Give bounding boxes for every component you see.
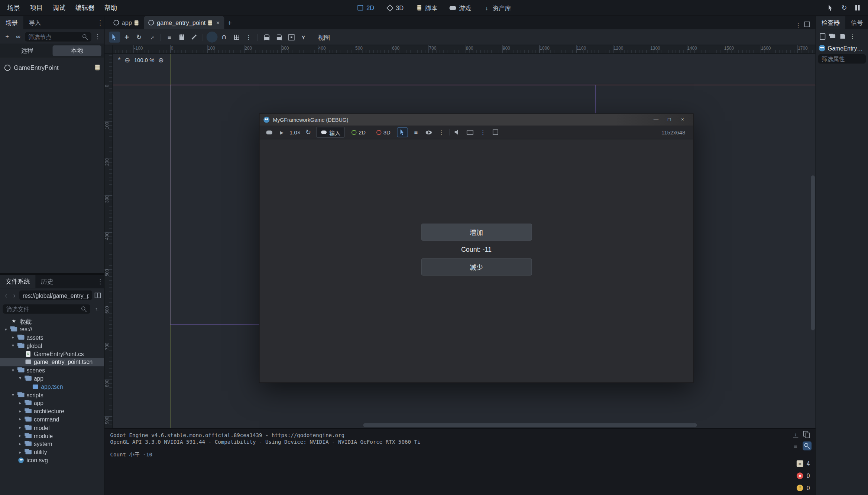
menu-item[interactable]: 编辑器: [70, 0, 99, 16]
filter-files-input[interactable]: 筛选文件: [3, 304, 90, 313]
game-zoom-level[interactable]: 1.0×: [289, 129, 300, 135]
line-wrap-icon[interactable]: [791, 442, 800, 450]
grid-snap-icon[interactable]: [218, 32, 230, 43]
file-tree-item[interactable]: game_entry_point.tscn: [0, 358, 104, 366]
tree-arrow-icon[interactable]: [10, 392, 15, 397]
scene-tree-node[interactable]: GameEntryPoint: [0, 62, 104, 73]
3d-mode-button[interactable]: 3D: [372, 128, 394, 136]
scrollbar-thumb[interactable]: [363, 423, 697, 427]
zoom-level[interactable]: 100.0 %: [134, 57, 155, 63]
expand-viewport-icon[interactable]: [802, 19, 812, 29]
file-tree-item[interactable]: command: [0, 415, 104, 423]
restart-icon[interactable]: [839, 3, 849, 13]
workspace-assetlib[interactable]: 资产库: [478, 1, 516, 14]
debugger-icon[interactable]: [264, 128, 274, 137]
ruler-mode-icon[interactable]: [188, 32, 200, 43]
separator[interactable]: [160, 33, 161, 40]
zoom-out-icon[interactable]: ⊖: [124, 56, 130, 64]
tree-arrow-icon[interactable]: [18, 408, 23, 413]
search-log-icon[interactable]: [803, 442, 812, 450]
select-tool-icon[interactable]: [109, 32, 120, 43]
menu-icon[interactable]: [436, 128, 446, 137]
resource-new-icon[interactable]: [818, 31, 827, 42]
separator[interactable]: [449, 129, 450, 136]
file-tree-item[interactable]: system: [0, 440, 104, 448]
node-list-icon[interactable]: [411, 128, 421, 137]
file-tree-item[interactable]: 收藏:: [0, 317, 104, 325]
zoom-in-icon[interactable]: ⊕: [158, 56, 164, 64]
tab-import[interactable]: 导入: [23, 16, 47, 29]
local-tab[interactable]: 本地: [53, 45, 101, 56]
split-view-icon[interactable]: [94, 291, 101, 299]
tree-arrow-icon[interactable]: [18, 433, 23, 438]
file-tree-item[interactable]: app: [0, 374, 104, 382]
scale-tool-icon[interactable]: [146, 32, 157, 43]
tree-arrow-icon[interactable]: [10, 335, 15, 340]
unlock-icon[interactable]: [273, 32, 285, 43]
file-tree-item[interactable]: architecture: [0, 407, 104, 415]
2d-mode-button[interactable]: 2D: [347, 128, 369, 136]
vertical-scrollbar[interactable]: [811, 53, 815, 423]
tab-history[interactable]: 历史: [35, 275, 59, 288]
separator[interactable]: [203, 33, 203, 40]
inspector-menu-icon[interactable]: [848, 31, 857, 42]
menu-item[interactable]: 调试: [48, 0, 70, 16]
errors-counter[interactable]: 0: [794, 470, 812, 481]
menu-item[interactable]: 场景: [2, 0, 25, 16]
file-tree-item[interactable]: scripts: [0, 391, 104, 399]
file-tree-item[interactable]: utility: [0, 448, 104, 456]
reset-zoom-icon[interactable]: [303, 128, 313, 137]
next-frame-icon[interactable]: [277, 128, 287, 137]
save-log-icon[interactable]: [791, 431, 800, 440]
snap-config-icon[interactable]: [231, 32, 242, 43]
scene-toolbar-menu-icon[interactable]: ⋮: [94, 33, 101, 40]
filesystem-menu-icon[interactable]: ⋮: [96, 278, 104, 285]
workspace-2d[interactable]: 2D: [352, 3, 379, 13]
menu-item[interactable]: 项目: [25, 0, 48, 16]
audio-icon[interactable]: [453, 128, 463, 137]
instance-scene-icon[interactable]: ∞: [14, 31, 23, 42]
tree-arrow-icon[interactable]: [10, 368, 15, 372]
horizontal-scrollbar[interactable]: [112, 423, 810, 427]
file-tree-item[interactable]: res://: [0, 325, 104, 333]
skeleton-icon[interactable]: [298, 32, 309, 43]
menu-item[interactable]: 帮助: [99, 0, 122, 16]
tree-arrow-icon[interactable]: [18, 376, 23, 381]
debug-messages-counter[interactable]: 4: [794, 458, 812, 469]
resource-load-icon[interactable]: [828, 31, 837, 42]
sort-files-icon[interactable]: ↑↓: [93, 304, 101, 313]
smart-snap-icon[interactable]: [207, 32, 218, 43]
file-tree-item[interactable]: app: [0, 399, 104, 407]
maximize-button[interactable]: □: [663, 114, 676, 126]
tree-arrow-icon[interactable]: [18, 442, 23, 446]
tab-scene[interactable]: 场景: [0, 16, 23, 29]
workspace-script[interactable]: 脚本: [411, 1, 443, 14]
game-window-titlebar[interactable]: MyGFrameworkGame (DEBUG) —□×: [260, 114, 693, 126]
toolbar-menu-icon[interactable]: [243, 32, 254, 43]
camera-icon[interactable]: [465, 128, 475, 137]
filter-properties-input[interactable]: 筛选属性: [818, 54, 866, 63]
remote-tab[interactable]: 远程: [3, 45, 51, 56]
decrease-button[interactable]: 减少: [421, 258, 532, 276]
workspace-3d[interactable]: 3D: [381, 3, 408, 13]
pause-icon[interactable]: [852, 3, 862, 13]
tab-inspector[interactable]: 检查器: [816, 16, 845, 29]
scene-tabs-menu-icon[interactable]: ⋮: [794, 22, 802, 29]
group-icon[interactable]: [286, 32, 297, 43]
back-icon[interactable]: ‹: [3, 291, 9, 299]
copy-log-icon[interactable]: [803, 431, 812, 440]
path-input[interactable]: res://global/game_entry_p: [19, 290, 92, 300]
file-tree-item[interactable]: scenes: [0, 366, 104, 374]
workspace-game[interactable]: 游戏: [444, 1, 476, 14]
file-tree-item[interactable]: model: [0, 423, 104, 432]
script-icon[interactable]: [95, 65, 100, 70]
fullscreen-icon[interactable]: [490, 128, 501, 137]
add-node-icon[interactable]: +: [3, 31, 12, 42]
filter-nodes-input[interactable]: 筛选节点: [25, 32, 91, 41]
scene-dock-menu-icon[interactable]: ⋮: [96, 19, 104, 26]
tree-arrow-icon[interactable]: [18, 400, 23, 405]
forward-icon[interactable]: ›: [11, 291, 18, 299]
close-tab-icon[interactable]: ×: [216, 19, 220, 26]
tree-arrow-icon[interactable]: [10, 343, 15, 348]
file-tree-item[interactable]: assets: [0, 333, 104, 342]
